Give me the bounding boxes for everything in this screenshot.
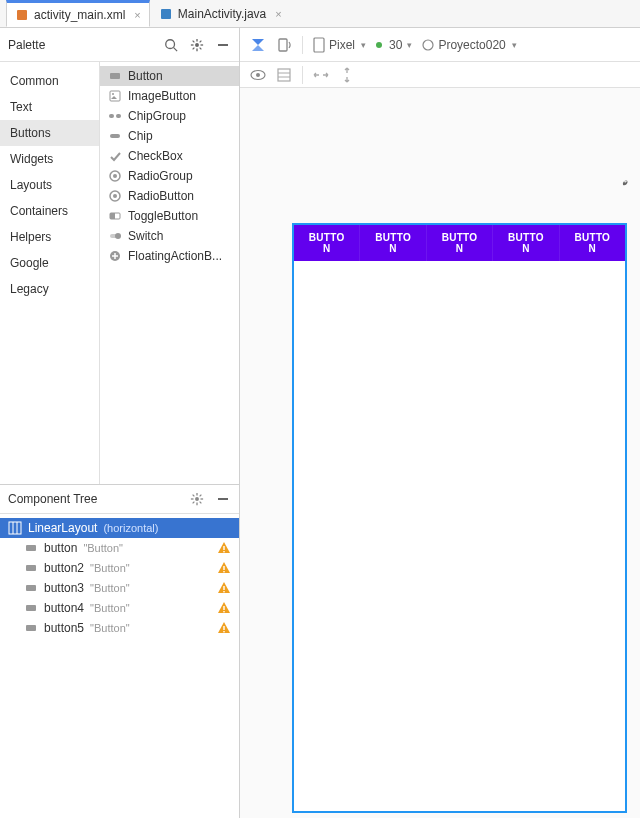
gear-icon[interactable] (189, 37, 205, 53)
tree-row[interactable]: button"Button" (0, 538, 239, 558)
eye-icon[interactable] (250, 67, 266, 83)
theme-selector[interactable]: Proyecto020 ▾ (422, 38, 516, 52)
radio-icon (108, 189, 122, 203)
widget-label: FloatingActionB... (128, 249, 222, 263)
svg-rect-54 (223, 606, 224, 610)
preview-button[interactable]: BUTTON (294, 225, 360, 261)
preview-button[interactable]: BUTTON (360, 225, 426, 261)
svg-rect-17 (109, 114, 114, 118)
tree-label: LinearLayout (28, 521, 97, 535)
palette-widget[interactable]: ToggleButton (100, 206, 239, 226)
linear-layout-preview[interactable]: BUTTONBUTTONBUTTONBUTTONBUTTON (294, 225, 625, 261)
tree-row[interactable]: LinearLayout(horizontal) (0, 518, 239, 538)
tree-row[interactable]: button2"Button" (0, 558, 239, 578)
svg-point-4 (195, 43, 199, 47)
editor-tab[interactable]: activity_main.xml× (6, 0, 150, 27)
preview-button[interactable]: BUTTON (493, 225, 559, 261)
svg-point-27 (115, 233, 121, 239)
preview-button[interactable]: BUTTON (560, 225, 625, 261)
device-frame[interactable]: BUTTONBUTTONBUTTONBUTTONBUTTON (292, 223, 627, 813)
vertical-arrows-icon[interactable] (339, 67, 355, 83)
api-selector[interactable]: 30 ▾ (376, 38, 412, 52)
warning-icon (217, 621, 231, 635)
designer-toolbar: Pixel ▾ 30 ▾ Proyecto020 ▾ (240, 28, 640, 62)
palette-widget[interactable]: Switch (100, 226, 239, 246)
tree-label: button3 (44, 581, 84, 595)
android-icon (376, 42, 382, 48)
palette-widget[interactable]: Button (100, 66, 239, 86)
preview-button[interactable]: BUTTON (427, 225, 493, 261)
switch-icon (108, 229, 122, 243)
svg-line-12 (193, 47, 195, 49)
designer-subtoolbar (240, 62, 640, 88)
minimize-icon[interactable] (215, 37, 231, 53)
palette-widget[interactable]: ImageButton (100, 86, 239, 106)
warning-icon (217, 581, 231, 595)
rect-icon (24, 601, 38, 615)
close-icon[interactable]: × (275, 8, 281, 20)
svg-line-10 (200, 47, 202, 49)
minimize-icon[interactable] (215, 491, 231, 507)
tree-row[interactable]: button4"Button" (0, 598, 239, 618)
svg-line-38 (200, 495, 202, 497)
svg-rect-59 (279, 39, 287, 51)
palette-widget[interactable]: RadioButton (100, 186, 239, 206)
editor-tab[interactable]: MainActivity.java× (150, 0, 291, 27)
tree-detail: "Button" (90, 622, 130, 634)
design-surface-icon[interactable] (250, 37, 266, 53)
svg-line-11 (200, 40, 202, 42)
device-selector[interactable]: Pixel ▾ (313, 37, 366, 53)
palette-widget[interactable]: ChipGroup (100, 106, 239, 126)
check-icon (108, 149, 122, 163)
radio-icon (108, 169, 122, 183)
tree-detail: "Button" (90, 602, 130, 614)
widget-label: RadioButton (128, 189, 194, 203)
close-icon[interactable]: × (134, 9, 140, 21)
palette-widget[interactable]: Chip (100, 126, 239, 146)
svg-rect-46 (223, 551, 224, 552)
svg-point-23 (113, 194, 117, 198)
svg-rect-60 (314, 38, 324, 52)
palette-category[interactable]: Widgets (0, 146, 99, 172)
widget-label: ImageButton (128, 89, 196, 103)
horizontal-arrows-icon[interactable] (313, 67, 329, 83)
designer-canvas[interactable]: BUTTONBUTTONBUTTONBUTTONBUTTON (240, 88, 640, 818)
palette-category[interactable]: Google (0, 250, 99, 276)
palette-widgets: ButtonImageButtonChipGroupChipCheckBoxRa… (100, 62, 239, 484)
blueprint-icon[interactable] (276, 67, 292, 83)
warning-icon (217, 601, 231, 615)
svg-rect-49 (223, 571, 224, 572)
wrench-icon[interactable] (616, 178, 630, 195)
chevron-down-icon: ▾ (407, 40, 412, 50)
tree-row[interactable]: button5"Button" (0, 618, 239, 638)
tab-label: activity_main.xml (34, 8, 125, 22)
tree-label: button4 (44, 601, 84, 615)
designer-pane: Pixel ▾ 30 ▾ Proyecto020 ▾ (240, 28, 640, 818)
palette-category[interactable]: Helpers (0, 224, 99, 250)
search-icon[interactable] (163, 37, 179, 53)
palette-category[interactable]: Buttons (0, 120, 99, 146)
svg-rect-52 (223, 591, 224, 592)
svg-line-36 (193, 495, 195, 497)
svg-point-61 (423, 40, 433, 50)
widget-label: Chip (128, 129, 153, 143)
tree-row[interactable]: button3"Button" (0, 578, 239, 598)
tab-label: MainActivity.java (178, 7, 266, 21)
svg-rect-58 (223, 631, 224, 632)
palette-widget[interactable]: CheckBox (100, 146, 239, 166)
chevron-down-icon: ▾ (361, 40, 366, 50)
svg-rect-14 (110, 73, 120, 79)
palette-category[interactable]: Legacy (0, 276, 99, 302)
svg-point-63 (256, 73, 260, 77)
orientation-icon[interactable] (276, 37, 292, 53)
palette-category[interactable]: Common (0, 68, 99, 94)
svg-point-21 (113, 174, 117, 178)
palette-category[interactable]: Containers (0, 198, 99, 224)
svg-line-37 (200, 502, 202, 504)
palette-widget[interactable]: FloatingActionB... (100, 246, 239, 266)
palette-category[interactable]: Layouts (0, 172, 99, 198)
palette-widget[interactable]: RadioGroup (100, 166, 239, 186)
gear-icon[interactable] (189, 491, 205, 507)
palette-category[interactable]: Text (0, 94, 99, 120)
palette-header: Palette (0, 28, 239, 62)
